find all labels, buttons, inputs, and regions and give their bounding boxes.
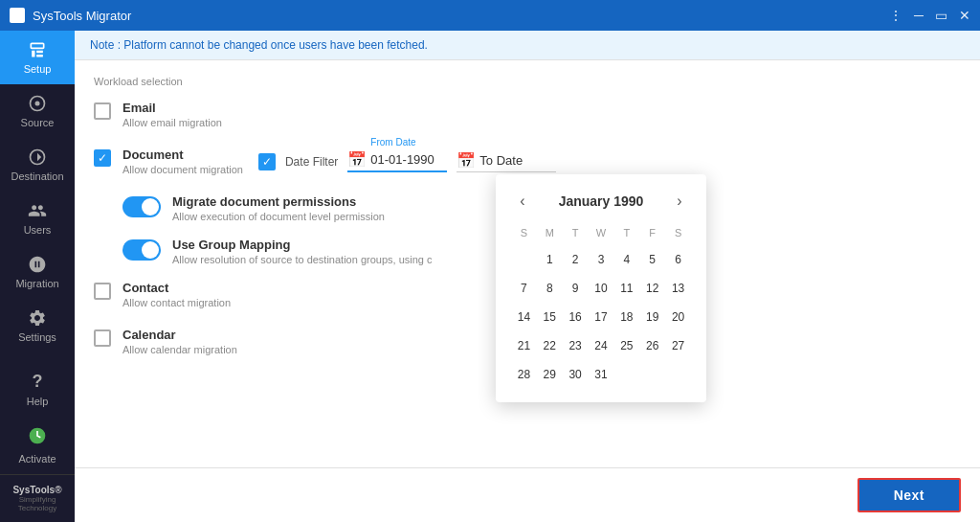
cal-day-7[interactable]: 7 [511,276,536,301]
cal-day-1[interactable]: 1 [537,247,562,272]
app-icon [10,8,25,23]
date-filter-area: Date Filter From Date 📅 01-01-1990 📅 [258,150,556,172]
cal-day-empty [640,362,665,387]
from-date-group: From Date 📅 01-01-1990 [347,150,447,172]
cal-day-s2: S [665,224,691,241]
more-icon[interactable]: ⋮ [889,8,902,23]
sidebar-item-activate[interactable]: Activate [0,417,75,474]
sidebar-item-migration[interactable]: Migration [0,245,75,299]
cal-days-header: S M T W T F S [511,224,691,241]
minimize-icon[interactable]: ─ [914,8,924,23]
content-area: Note : Platform cannot be changed once u… [75,31,980,522]
sidebar-label-activate: Activate [18,453,56,465]
sidebar-label-users: Users [24,224,52,236]
document-label: Document [122,148,243,162]
from-date-value: 01-01-1990 [370,152,447,167]
titlebar-controls: ⋮ ─ ▭ ✕ [889,8,970,23]
doc-permissions-label: Migrate document permissions [172,194,385,209]
bottom-bar: Next [75,467,980,522]
titlebar-left: SysTools Migrator [10,8,131,23]
activate-icon [28,426,47,449]
contact-info: Contact Allow contact migration [122,281,231,308]
document-row: Document Allow document migration Date F… [122,148,961,175]
cal-day-22[interactable]: 22 [537,333,562,358]
close-icon[interactable]: ✕ [959,8,970,23]
next-button[interactable]: Next [858,478,961,512]
systools-logo: SysTools® Simplifying Technology [0,474,75,522]
date-filter-checkbox[interactable] [258,153,276,170]
calendar-label: Calendar [122,328,237,342]
cal-day-4[interactable]: 4 [614,247,639,272]
sidebar-item-destination[interactable]: Destination [0,138,75,192]
cal-day-10[interactable]: 10 [589,276,613,301]
contact-label: Contact [122,281,231,295]
cal-day-20[interactable]: 20 [666,305,691,329]
svg-point-1 [35,102,40,106]
cal-day-27[interactable]: 27 [666,333,691,358]
cal-day-19[interactable]: 19 [640,305,665,329]
calendar-checkbox[interactable] [94,329,111,347]
restore-icon[interactable]: ▭ [935,8,947,23]
sidebar-item-users[interactable]: Users [0,192,75,245]
help-question-icon: ? [33,372,43,392]
cal-day-29[interactable]: 29 [537,362,562,387]
cal-day-21[interactable]: 21 [511,333,536,358]
sidebar-item-source[interactable]: Source [0,84,75,138]
cal-day-14[interactable]: 14 [511,305,536,329]
cal-day-s1: S [511,224,537,241]
contact-desc: Allow contact migration [122,297,231,308]
workload-document: Document Allow document migration Date F… [94,148,961,175]
cal-day-12[interactable]: 12 [640,276,665,301]
cal-day-28[interactable]: 28 [511,362,536,387]
contact-checkbox[interactable] [94,283,111,300]
calendar-info: Calendar Allow calendar migration [122,328,237,355]
to-date-group: 📅 To Date [457,151,556,172]
cal-day-empty [614,362,639,387]
cal-day-16[interactable]: 16 [563,305,588,329]
to-date-wrapper[interactable]: 📅 To Date [457,151,556,172]
cal-day-30[interactable]: 30 [563,362,588,387]
doc-permissions-toggle[interactable] [122,196,161,217]
cal-day-6[interactable]: 6 [666,247,691,272]
cal-prev-btn[interactable]: ‹ [511,190,534,213]
email-checkbox[interactable] [94,102,111,120]
cal-day-8[interactable]: 8 [537,276,562,301]
cal-day-26[interactable]: 26 [640,333,665,358]
document-desc: Allow document migration [122,164,243,175]
cal-next-btn[interactable]: › [668,190,691,213]
sidebar-item-setup[interactable]: Setup [0,31,75,84]
cal-day-3[interactable]: 3 [589,247,613,272]
cal-day-15[interactable]: 15 [537,305,562,329]
cal-day-23[interactable]: 23 [563,333,588,358]
cal-day-24[interactable]: 24 [589,333,613,358]
cal-day-empty [511,247,536,272]
document-checkbox[interactable] [94,149,111,167]
from-date-label: From Date [370,137,415,148]
calendar-desc: Allow calendar migration [122,344,237,355]
titlebar: SysTools Migrator ⋮ ─ ▭ ✕ [0,0,980,31]
cal-day-13[interactable]: 13 [666,276,691,301]
sidebar-item-help[interactable]: ? Help [0,362,75,417]
group-mapping-toggle[interactable] [122,239,161,261]
cal-day-5[interactable]: 5 [640,247,665,272]
app-title: SysTools Migrator [33,9,131,23]
sidebar-label-source: Source [21,117,55,128]
group-mapping-info: Use Group Mapping Allow resolution of so… [172,238,433,265]
cal-day-18[interactable]: 18 [614,305,639,329]
section-label: Workload selection [94,76,961,87]
app-body: Setup Source Destination Users Migration… [0,31,980,522]
cal-grid: 1234567891011121314151617181920212223242… [511,247,691,387]
to-date-cal-icon: 📅 [457,151,476,170]
cal-day-25[interactable]: 25 [614,333,639,358]
cal-day-11[interactable]: 11 [614,276,639,301]
cal-day-w: W [589,224,614,241]
cal-day-17[interactable]: 17 [589,305,613,329]
cal-day-9[interactable]: 9 [563,276,588,301]
cal-day-f: F [639,224,665,241]
logo-tagline: Simplifying Technology [5,495,70,512]
cal-day-empty [666,362,691,387]
cal-day-2[interactable]: 2 [563,247,588,272]
cal-day-31[interactable]: 31 [589,362,613,387]
sidebar-item-settings[interactable]: Settings [0,299,75,352]
from-date-wrapper[interactable]: 📅 01-01-1990 [347,150,447,172]
